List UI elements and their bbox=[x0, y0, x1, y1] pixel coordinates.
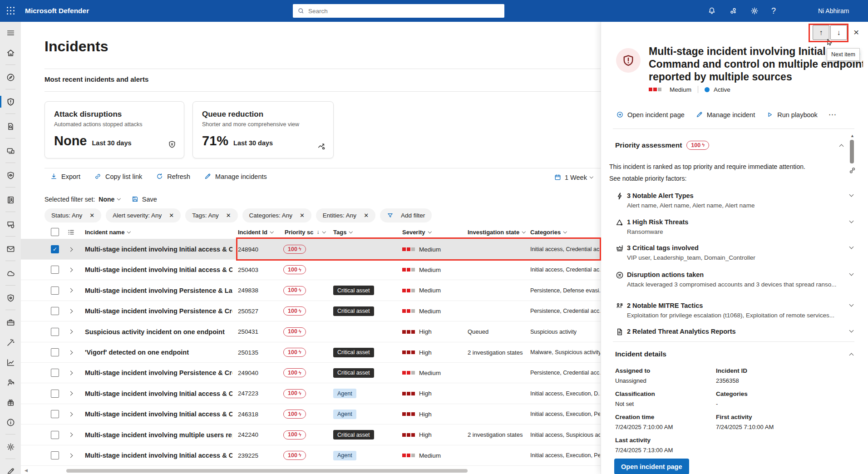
col-incident-name[interactable]: Incident name bbox=[85, 225, 130, 239]
incident-name-cell[interactable]: Multi-stage incident involving Initial a… bbox=[85, 260, 232, 280]
filter-pill[interactable]: Categories: Any✕ bbox=[242, 208, 311, 222]
run-playbook-action[interactable]: Run playbook bbox=[766, 111, 818, 118]
priority-factor[interactable]: 1 High Risk ThreatsRansomware bbox=[601, 218, 868, 238]
sidebar-item-wand[interactable] bbox=[0, 332, 21, 352]
sidebar-item-document-scan[interactable] bbox=[0, 116, 21, 136]
refresh-button[interactable]: Refresh bbox=[156, 173, 190, 180]
chevron-down-icon[interactable] bbox=[849, 245, 854, 249]
incident-row[interactable]: Multi-stage incident involving Initial a… bbox=[21, 404, 601, 425]
incident-name-cell[interactable]: Multi-stage incident involving Persisten… bbox=[85, 281, 232, 301]
expand-row-icon[interactable] bbox=[69, 412, 73, 416]
sidebar-item-cloud[interactable] bbox=[0, 263, 21, 283]
add-filter-button[interactable]: Add filter bbox=[380, 208, 432, 222]
priority-factor[interactable]: 2 Notable MITRE TacticsExploitation for … bbox=[601, 301, 868, 321]
close-icon[interactable]: × bbox=[853, 27, 859, 37]
hscroll-thumb[interactable] bbox=[66, 469, 468, 473]
incident-row[interactable]: 'Vigorf' detected on one endpoint2501351… bbox=[21, 342, 601, 363]
filter-pill[interactable]: Entities: Any✕ bbox=[316, 208, 375, 222]
filter-pill[interactable]: Alert severity: Any✕ bbox=[106, 208, 181, 222]
incident-name-cell[interactable]: 'Vigorf' detected on one endpoint bbox=[85, 342, 189, 362]
row-checkbox[interactable] bbox=[51, 451, 59, 459]
select-all-checkbox[interactable] bbox=[51, 228, 59, 236]
incident-name-cell[interactable]: Multi-stage incident involving Persisten… bbox=[85, 363, 232, 383]
chevron-down-icon[interactable] bbox=[849, 328, 854, 333]
expand-row-icon[interactable] bbox=[69, 453, 73, 458]
open-incident-page-action[interactable]: Open incident page bbox=[616, 111, 685, 118]
sidebar-item-menu[interactable] bbox=[0, 23, 21, 43]
expand-row-icon[interactable] bbox=[69, 370, 73, 375]
copy-list-link-button[interactable]: Copy list link bbox=[94, 173, 142, 180]
sidebar-item-compass[interactable] bbox=[0, 67, 21, 87]
incident-row[interactable]: Multi-stage incident involving Persisten… bbox=[21, 363, 601, 383]
expand-row-icon[interactable] bbox=[69, 350, 73, 355]
row-checkbox[interactable] bbox=[51, 431, 59, 439]
row-checkbox[interactable] bbox=[51, 390, 59, 398]
expand-row-icon[interactable] bbox=[69, 247, 73, 252]
col-categories[interactable]: Categories bbox=[530, 225, 567, 239]
open-incident-page-button[interactable]: Open incident page bbox=[614, 459, 689, 474]
sidebar-item-chat-shield[interactable] bbox=[0, 214, 21, 234]
hscroll-left-arrow[interactable]: ◀ bbox=[25, 468, 28, 473]
incident-name-cell[interactable]: Multi-stage incident involving Persisten… bbox=[85, 301, 232, 321]
incident-row[interactable]: Multi-stage incident involving Initial a… bbox=[21, 384, 601, 404]
sidebar-item-shield-alert[interactable] bbox=[0, 92, 21, 112]
row-checkbox[interactable] bbox=[51, 286, 59, 295]
sidebar-item-identity-book[interactable] bbox=[0, 190, 21, 210]
panel-scroll-thumb[interactable] bbox=[850, 140, 854, 163]
sidebar-item-shield-badge[interactable] bbox=[0, 288, 21, 308]
expand-row-icon[interactable] bbox=[69, 433, 73, 437]
incident-row[interactable]: Multi-stage incident involving multiple … bbox=[21, 425, 601, 445]
remove-filter-icon[interactable]: ✕ bbox=[89, 212, 94, 219]
row-checkbox[interactable] bbox=[51, 266, 59, 274]
save-filter-button[interactable]: Save bbox=[131, 195, 157, 203]
incident-name-cell[interactable]: Multi-stage incident involving Initial a… bbox=[85, 404, 232, 424]
row-checkbox[interactable] bbox=[51, 369, 59, 377]
manage-incidents-button[interactable]: Manage incidents bbox=[204, 173, 267, 180]
notifications-icon[interactable] bbox=[707, 6, 716, 15]
row-checkbox[interactable] bbox=[51, 348, 59, 356]
chevron-down-icon[interactable] bbox=[849, 302, 854, 307]
expand-row-icon[interactable] bbox=[69, 288, 73, 293]
priority-factor[interactable]: 2 Related Threat Analytics Reports bbox=[601, 327, 868, 338]
row-checkbox[interactable]: ✓ bbox=[51, 245, 59, 253]
expand-row-icon[interactable] bbox=[69, 309, 73, 313]
collapse-details-icon[interactable] bbox=[849, 353, 854, 358]
search-input[interactable] bbox=[308, 8, 500, 15]
group-by-icon[interactable] bbox=[67, 228, 75, 236]
incident-name-cell[interactable]: Multi-stage incident involving Initial a… bbox=[85, 445, 232, 465]
row-checkbox[interactable] bbox=[51, 307, 59, 315]
filter-set-value[interactable]: None bbox=[99, 196, 120, 203]
remove-filter-icon[interactable]: ✕ bbox=[364, 212, 369, 219]
filter-pill[interactable]: Status: Any✕ bbox=[44, 208, 101, 222]
remove-filter-icon[interactable]: ✕ bbox=[226, 212, 231, 219]
col-severity[interactable]: Severity bbox=[402, 225, 431, 239]
incident-row[interactable]: Multi-stage incident involving Initial a… bbox=[21, 445, 601, 466]
time-range-picker[interactable]: 1 Week bbox=[554, 173, 592, 181]
incident-row[interactable]: Suspicious activity incident on one endp… bbox=[21, 322, 601, 342]
sidebar-item-gift[interactable] bbox=[0, 392, 21, 412]
manage-incident-action[interactable]: Manage incident bbox=[695, 111, 755, 118]
chevron-down-icon[interactable] bbox=[849, 272, 854, 276]
priority-factor[interactable]: 3 Critical tags involvedVIP user, Leader… bbox=[601, 244, 868, 264]
expand-row-icon[interactable] bbox=[69, 267, 73, 272]
col-tags[interactable]: Tags bbox=[333, 225, 352, 239]
incident-name-cell[interactable]: Suspicious activity incident on one endp… bbox=[85, 322, 225, 342]
expand-row-icon[interactable] bbox=[69, 330, 73, 334]
sidebar-item-person-graduate[interactable] bbox=[0, 372, 21, 392]
row-checkbox[interactable] bbox=[51, 410, 59, 418]
panel-scroll-up-arrow[interactable]: ▲ bbox=[850, 133, 854, 138]
col-priority[interactable]: Priority sc↓ bbox=[285, 225, 325, 239]
incident-row[interactable]: Multi-stage incident involving Persisten… bbox=[21, 281, 601, 301]
incident-name-cell[interactable]: Multi-stage incident involving multiple … bbox=[85, 425, 232, 445]
app-launcher-button[interactable] bbox=[0, 0, 22, 22]
incident-row[interactable]: Multi-stage incident involving Initial a… bbox=[21, 260, 601, 280]
incident-row[interactable]: ✓Multi-stage incident involving Initial … bbox=[21, 239, 601, 260]
sidebar-item-info[interactable] bbox=[0, 412, 21, 432]
global-search[interactable] bbox=[293, 4, 504, 18]
sidebar-item-line-chart[interactable] bbox=[0, 352, 21, 372]
chevron-down-icon[interactable] bbox=[849, 219, 854, 223]
priority-factor[interactable]: Disruption actions takenAttack leveraged… bbox=[601, 271, 868, 291]
sidebar-item-devices[interactable] bbox=[0, 141, 21, 161]
attack-path-icon[interactable] bbox=[848, 166, 857, 175]
community-icon[interactable] bbox=[729, 6, 738, 15]
